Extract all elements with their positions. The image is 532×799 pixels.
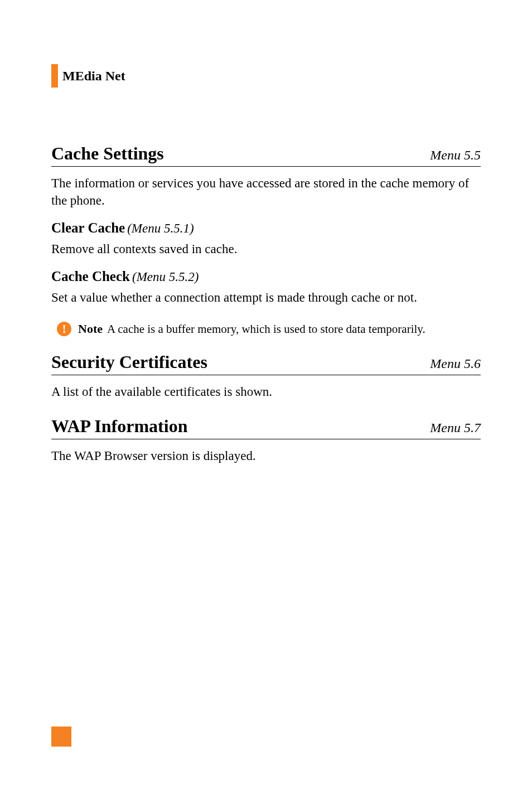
section-security-certificates: Security Certificates Menu 5.6 A list of… [51, 352, 481, 400]
section-title: Security Certificates [51, 352, 207, 372]
subsection-text: Set a value whether a connection attempt… [51, 289, 481, 306]
subsection-menu-label: (Menu 5.5.2) [132, 270, 199, 284]
page-header: MEdia Net [51, 64, 481, 88]
footer-accent-square [51, 727, 71, 747]
exclamation-icon: ! [57, 322, 71, 336]
section-title: Cache Settings [51, 143, 164, 164]
section-heading: Security Certificates Menu 5.6 [51, 352, 481, 375]
subsection-text: Remove all contexts saved in cache. [51, 240, 481, 258]
subsection-cache-check: Cache Check (Menu 5.5.2) [51, 269, 481, 284]
subsection-clear-cache: Clear Cache (Menu 5.5.1) [51, 220, 481, 236]
header-accent-bar [51, 64, 58, 88]
section-menu-label: Menu 5.6 [430, 356, 481, 371]
note-text: A cache is a buffer memory, which is use… [107, 322, 425, 336]
section-heading: WAP Information Menu 5.7 [51, 416, 481, 439]
subsection-menu-label: (Menu 5.5.1) [127, 221, 194, 235]
section-title: WAP Information [51, 416, 187, 437]
section-menu-label: Menu 5.7 [430, 420, 481, 435]
subsection-title: Cache Check [51, 269, 130, 284]
subsection-title: Clear Cache [51, 220, 125, 235]
page-header-title: MEdia Net [62, 69, 125, 84]
section-intro-text: The information or services you have acc… [51, 175, 481, 209]
section-intro-text: A list of the available certificates is … [51, 383, 481, 400]
section-cache-settings: Cache Settings Menu 5.5 The information … [51, 143, 481, 336]
note-label: Note [78, 322, 103, 336]
note-callout: ! Note A cache is a buffer memory, which… [51, 322, 481, 336]
section-wap-information: WAP Information Menu 5.7 The WAP Browser… [51, 416, 481, 464]
section-heading: Cache Settings Menu 5.5 [51, 143, 481, 167]
section-intro-text: The WAP Browser version is displayed. [51, 447, 481, 464]
section-menu-label: Menu 5.5 [430, 148, 481, 163]
